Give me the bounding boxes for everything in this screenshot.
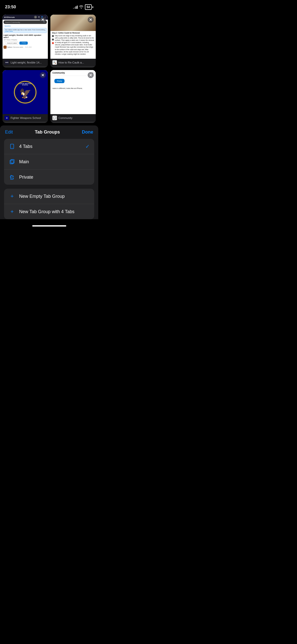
community-reply-btn[interactable]: Reply (54, 79, 64, 83)
phone-icon (9, 143, 16, 150)
wifi-icon (79, 5, 83, 9)
tab-card-fws[interactable]: FIGHTER WEAPONS SCHOOL 🦅 ✈ Fighter Weapo… (3, 70, 48, 123)
group-label-private: Private (19, 175, 90, 180)
tab-card-caulk[interactable]: Step 2: Soften Caulk for Removal fully s… (50, 15, 96, 68)
signal-icon (73, 5, 78, 9)
tab-title-fws: Fighter Weapons School (11, 116, 46, 119)
fws-favicon-row: ✈ Fighter Weapons School (3, 114, 48, 122)
tab-groups-list: 4 Tabs ✓ Main Private (4, 139, 94, 185)
pages-icon (9, 158, 16, 165)
tab-actions-list: + New Empty Tab Group + New Tab Group wi… (4, 189, 94, 219)
plus-icon-tabs: + (9, 208, 16, 215)
action-label-tabs: New Tab Group with 4 Tabs (19, 209, 74, 214)
community-favicon: 💬 (52, 116, 57, 120)
done-button[interactable]: Done (82, 130, 93, 135)
battery-icon: 54 (85, 4, 93, 10)
tab-card-avs[interactable]: AVSforum N ☰ 👤 ⋮ Search Community 🔍 ‹ Sp… (3, 15, 48, 68)
tab-close-avs[interactable] (40, 17, 46, 23)
avs-avatar: F (4, 46, 7, 49)
action-new-empty[interactable]: + New Empty Tab Group (4, 189, 94, 204)
tab-title-community: Community (58, 116, 94, 119)
avs-author-date: Oct 8, 2023 (25, 46, 32, 48)
fws-patch: FIGHTER WEAPONS SCHOOL 🦅 (14, 81, 37, 104)
hand-icon (9, 174, 16, 181)
home-indicator (32, 225, 66, 227)
bottom-sheet-header: Edit Tab Groups Done (0, 130, 98, 139)
group-label-4tabs: 4 Tabs (19, 144, 82, 149)
tab-grid: AVSforum N ☰ 👤 ⋮ Search Community 🔍 ‹ Sp… (0, 15, 98, 123)
action-label-empty: New Empty Tab Group (19, 194, 65, 199)
avs-author-badge: Discussion starter · (13, 46, 24, 48)
status-icons: 54 (73, 4, 93, 10)
avs-favicon-row: AVS Light weight, flexible 14... (3, 59, 48, 66)
group-check-4tabs: ✓ (85, 143, 90, 149)
avs-post-title: Light weight, flexible 14/2 AWG speaker … (4, 34, 47, 39)
action-new-with-tabs[interactable]: + New Tab Group with 4 Tabs (4, 204, 94, 219)
bottom-sheet-title: Tab Groups (35, 130, 60, 135)
fws-favicon: ✈ (5, 116, 9, 120)
group-item-private[interactable]: Private (4, 170, 94, 185)
tab-close-fws[interactable] (40, 72, 46, 78)
community-body-text: name is different, looks like an iPhone, (50, 86, 96, 91)
group-item-4tabs[interactable]: 4 Tabs ✓ (4, 139, 94, 154)
status-time: 23:50 (5, 5, 16, 10)
community-favicon-row: 💬 Community (50, 114, 96, 122)
caulk-body-text: fully score one edge of any remaining ca… (55, 35, 94, 55)
edit-button[interactable]: Edit (5, 130, 13, 135)
community-title: Community (52, 72, 65, 74)
battery-level: 54 (85, 4, 92, 10)
tab-title-avs: Light weight, flexible 14... (11, 61, 46, 64)
avs-logo: AVSforum (4, 16, 15, 18)
tab-title-caulk: How to Re-Caulk a... (58, 61, 94, 64)
avs-jump-btn[interactable]: → Jump to Latest (4, 42, 18, 45)
avs-stats: 167 Views 4 Replies (4, 39, 47, 41)
status-bar: 23:50 54 (0, 0, 98, 13)
tab-card-community[interactable]: Community ∨ Reply name is different, loo… (50, 70, 96, 123)
bottom-sheet: Edit Tab Groups Done 4 Tabs ✓ (0, 125, 98, 219)
avs-follow-btn[interactable]: + Follow (19, 42, 28, 45)
tab-close-community[interactable] (88, 72, 94, 78)
group-item-main[interactable]: Main (4, 154, 94, 170)
caulk-icon-info (52, 42, 54, 44)
tab-close-caulk[interactable] (88, 17, 94, 23)
fws-text: FIGHTER WEAPONS SCHOOL (16, 83, 34, 86)
fws-eagle: 🦅 (19, 88, 31, 99)
avs-favicon: AVS (5, 60, 9, 65)
avs-author: ftwilson (7, 46, 12, 48)
caulk-icon-tt (52, 39, 54, 41)
group-label-main: Main (19, 159, 90, 165)
caulk-step-title: Step 2: Soften Caulk for Removal (52, 32, 94, 34)
caulk-favicon: 🔨 (52, 60, 57, 65)
caulk-icon-half (52, 35, 54, 37)
caulk-favicon-row: 🔨 How to Re-Caulk a... (50, 59, 96, 66)
avs-search-text: Search Community (5, 21, 20, 23)
plus-icon-empty: + (9, 193, 16, 200)
